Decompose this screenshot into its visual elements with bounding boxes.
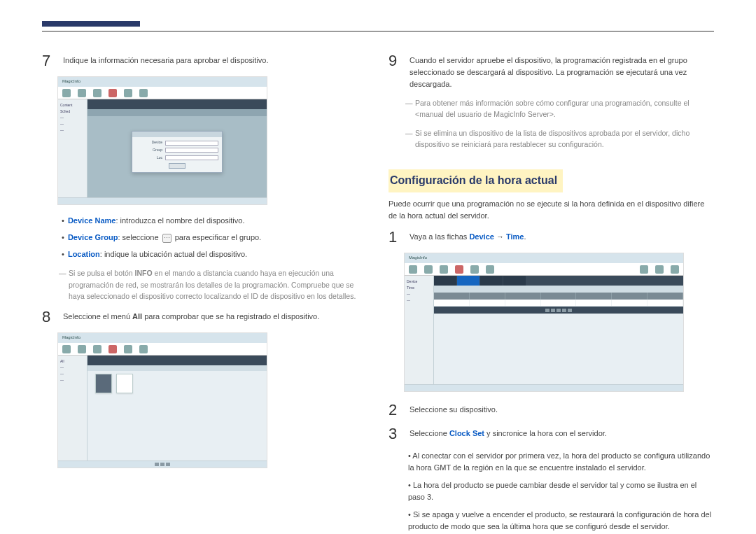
step-number: 7 <box>42 52 55 69</box>
header-accent-bar <box>42 21 140 27</box>
device-fields-list: Device Name: introduzca el nombre del di… <box>62 215 368 260</box>
screenshot-approve-device: MagicInfo ContentSched——— D <box>57 76 267 205</box>
note-manual-ref: Para obtener más información sobre cómo … <box>405 97 714 120</box>
sub-note-restore: Si se apaga y vuelve a encender el produ… <box>408 509 714 533</box>
screenshot-body: ContentSched——— Device Group Loc <box>58 99 267 197</box>
sub-note-gmt: Al conectar con el servidor por primera … <box>408 450 714 474</box>
note-device-removed: Si se elimina un dispositivo de la lista… <box>405 127 714 150</box>
screenshot-header: MagicInfo <box>58 333 267 343</box>
step-number: 1 <box>388 229 401 246</box>
screenshot-all-menu: MagicInfo All——— <box>57 332 267 468</box>
step-text: Seleccione Clock Set y sincronice la hor… <box>410 426 714 442</box>
step-number: 2 <box>388 402 401 419</box>
screenshot-header: MagicInfo <box>405 253 683 263</box>
bullet-device-group: Device Group: seleccione ⋯ para especifi… <box>62 232 368 244</box>
step-1: 1 Vaya a las fichas Device → Time. <box>388 229 714 246</box>
screenshot-toolbar <box>405 263 683 276</box>
bullet-device-name: Device Name: introduzca el nombre del di… <box>62 215 368 227</box>
section-title-time: Configuración de la hora actual <box>388 169 563 192</box>
step-7: 7 Indique la información necesaria para … <box>42 52 368 69</box>
group-picker-icon: ⋯ <box>162 234 172 243</box>
header-rule <box>42 31 714 31</box>
section-intro: Puede ocurrir que una programación no se… <box>388 198 714 222</box>
sub-note-change: La hora del producto se puede cambiar de… <box>408 479 714 503</box>
step-8: 8 Seleccione el menú All para comprobar … <box>42 309 368 325</box>
bullet-location: Location: indique la ubicación actual de… <box>62 248 368 260</box>
approve-modal: Device Group Loc <box>132 131 223 173</box>
time-notes-list: Al conectar con el servidor por primera … <box>408 450 714 533</box>
screenshot-toolbar <box>58 87 267 99</box>
step-number: 8 <box>42 309 55 325</box>
step-text: Indique la información necesaria para ap… <box>63 52 368 69</box>
step-3: 3 Seleccione Clock Set y sincronice la h… <box>388 426 714 442</box>
right-column: 9 Cuando el servidor apruebe el disposit… <box>388 52 714 534</box>
step-text: Cuando el servidor apruebe el dispositiv… <box>410 52 714 90</box>
step-9: 9 Cuando el servidor apruebe el disposit… <box>388 52 714 90</box>
step-text: Seleccione el menú All para comprobar qu… <box>63 309 368 325</box>
note-info-button: Si se pulsa el botón INFO en el mando a … <box>59 267 368 302</box>
screenshot-toolbar <box>58 343 267 356</box>
screenshot-device-time: MagicInfo DeviceTime—— <box>404 253 684 392</box>
step-number: 3 <box>388 426 401 442</box>
step-number: 9 <box>388 52 401 90</box>
left-column: 7 Indique la información necesaria para … <box>42 52 368 534</box>
screenshot-header: MagicInfo <box>58 77 267 87</box>
step-text: Vaya a las fichas Device → Time. <box>410 229 714 246</box>
step-2: 2 Seleccione su dispositivo. <box>388 402 714 419</box>
step-text: Seleccione su dispositivo. <box>410 402 714 419</box>
